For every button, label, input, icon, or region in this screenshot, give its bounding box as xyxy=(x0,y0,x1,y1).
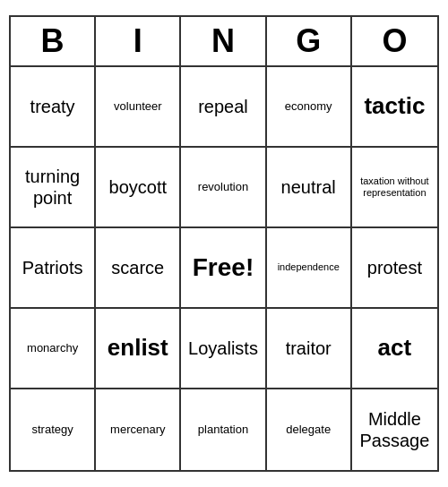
bingo-cell: repeal xyxy=(181,67,266,148)
bingo-cell: volunteer xyxy=(96,67,181,148)
cell-text: delegate xyxy=(286,423,331,437)
header-letter: G xyxy=(267,17,352,65)
cell-text: plantation xyxy=(198,423,248,437)
cell-text: mercenary xyxy=(110,423,165,437)
cell-text: turning point xyxy=(14,166,90,209)
bingo-cell: independence xyxy=(267,228,352,309)
header-letter: I xyxy=(96,17,181,65)
cell-text: neutral xyxy=(281,176,336,198)
cell-text: monarchy xyxy=(27,341,78,355)
cell-text: revolution xyxy=(198,180,248,194)
bingo-cell: Loyalists xyxy=(181,309,266,389)
cell-text: economy xyxy=(285,99,332,114)
bingo-cell: economy xyxy=(267,67,352,148)
bingo-cell: delegate xyxy=(267,389,352,470)
cell-text: act xyxy=(378,334,412,362)
bingo-cell: monarchy xyxy=(11,309,96,389)
cell-text: traitor xyxy=(286,337,332,359)
bingo-cell: traitor xyxy=(267,309,352,389)
cell-text: independence xyxy=(278,261,340,273)
cell-text: volunteer xyxy=(114,99,161,114)
bingo-cell: revolution xyxy=(181,148,266,228)
bingo-cell: boycott xyxy=(96,148,181,228)
cell-text: treaty xyxy=(30,96,75,117)
bingo-cell: protest xyxy=(352,228,437,309)
bingo-cell: neutral xyxy=(267,148,352,228)
bingo-cell: strategy xyxy=(11,389,96,470)
cell-text: protest xyxy=(367,257,422,278)
cell-text: Middle Passage xyxy=(356,408,434,451)
bingo-cell: plantation xyxy=(181,389,266,470)
header-letter: B xyxy=(11,17,96,65)
bingo-cell: mercenary xyxy=(96,389,181,470)
bingo-cell: enlist xyxy=(96,309,181,389)
bingo-cell: act xyxy=(352,309,437,389)
cell-text: tactic xyxy=(364,92,425,120)
cell-text: Patriots xyxy=(22,257,83,278)
bingo-cell: treaty xyxy=(11,67,96,148)
cell-text: boycott xyxy=(109,176,167,198)
cell-text: Loyalists xyxy=(188,337,258,359)
bingo-cell: turning point xyxy=(11,148,96,228)
bingo-cell: Free! xyxy=(181,228,266,309)
header-letter: O xyxy=(352,17,437,65)
bingo-cell: tactic xyxy=(352,67,437,148)
header-letter: N xyxy=(181,17,266,65)
cell-text: enlist xyxy=(108,334,168,362)
cell-text: taxation without representation xyxy=(356,175,434,199)
cell-text: scarce xyxy=(111,257,164,278)
bingo-cell: scarce xyxy=(96,228,181,309)
cell-text: strategy xyxy=(31,423,73,437)
bingo-cell: taxation without representation xyxy=(352,148,437,228)
bingo-cell: Patriots xyxy=(11,228,96,309)
cell-text: Free! xyxy=(193,252,254,283)
bingo-header: BINGO xyxy=(11,17,437,67)
bingo-card: BINGO treatyvolunteerrepealeconomytactic… xyxy=(9,15,439,472)
bingo-grid: treatyvolunteerrepealeconomytacticturnin… xyxy=(11,67,437,470)
bingo-cell: Middle Passage xyxy=(352,389,437,470)
cell-text: repeal xyxy=(198,96,248,117)
